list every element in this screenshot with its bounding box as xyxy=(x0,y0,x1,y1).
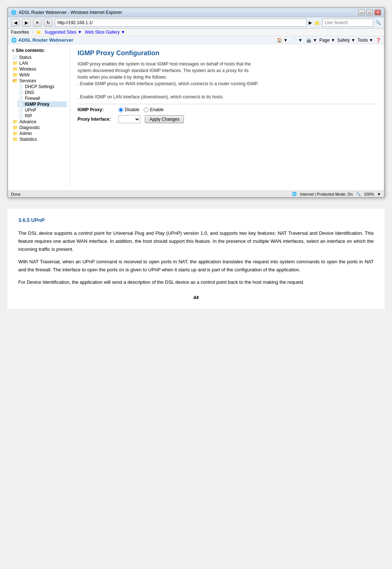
sidebar-label-firewall: Firewall xyxy=(25,96,40,101)
browser-controls: — □ ✕ xyxy=(358,10,381,15)
sidebar-label-rip: RIP xyxy=(25,113,32,118)
forward-button[interactable]: ▶ xyxy=(22,19,31,27)
help-button[interactable]: ❓ xyxy=(376,38,381,43)
browser-title: 🌐 ADSL Router Webserver - Windows Intern… xyxy=(11,10,122,15)
sidebar-item-status[interactable]: 📄 Status xyxy=(12,54,67,60)
sidebar-item-wireless[interactable]: 📁 Wireless xyxy=(12,66,67,72)
page-description: IGMP proxy enables the system to issue I… xyxy=(78,61,376,100)
maximize-button[interactable]: □ xyxy=(366,10,373,15)
radio-disable-input[interactable] xyxy=(118,108,123,112)
doc-paragraph-1: The DSL device supports a control point … xyxy=(18,229,374,253)
sidebar-item-upnp[interactable]: 📄 UPnP xyxy=(18,107,67,113)
adsl-logo: ADSL Router Webserver xyxy=(18,37,74,43)
desc-line1: IGMP proxy enables the system to issue I… xyxy=(78,61,251,67)
site-contents-icon: ≡ xyxy=(12,48,14,53)
igmp-proxy-radio-group: Disable Enable xyxy=(118,107,163,112)
doc-paragraph-3: For Device Identification, the applicati… xyxy=(18,278,374,286)
proxy-interface-row: Proxy Interface: Apply Changes xyxy=(78,115,376,123)
sidebar-label-igmp: IGMP Proxy xyxy=(25,102,49,107)
favorites-icon: ⭐ xyxy=(314,20,320,26)
radio-enable-label: Enable xyxy=(150,107,163,112)
sidebar-item-rip[interactable]: 📄 RIP xyxy=(18,113,67,119)
diagnostic-icon: 📁 xyxy=(12,125,18,130)
zoom-dropdown-icon[interactable]: ▼ xyxy=(377,192,381,196)
browser-window: 🌐 ADSL Router Webserver - Windows Intern… xyxy=(7,7,385,198)
status-right: 🌐 Internet | Protected Mode: On 🔍 100% ▼ xyxy=(292,192,381,196)
sidebar-label-admin: Admin xyxy=(19,131,32,136)
web-slice-link[interactable]: Web Slice Gallery ▼ xyxy=(85,30,125,35)
sidebar-label-lan: LAN xyxy=(19,61,28,66)
sidebar-item-dns[interactable]: 📄 DNS xyxy=(18,90,67,95)
sidebar-item-admin[interactable]: 📁 Admin xyxy=(12,131,67,136)
igmp-icon: 📄 xyxy=(18,102,23,107)
refresh-button[interactable]: ↻ xyxy=(44,19,53,27)
tools-menu[interactable]: Tools ▼ xyxy=(358,38,373,43)
address-input[interactable] xyxy=(55,19,306,27)
proxy-interface-label: Proxy Interface: xyxy=(78,117,114,122)
dns-icon: 📄 xyxy=(18,90,23,95)
sidebar-item-services[interactable]: 📂 Services xyxy=(12,78,67,84)
radio-disable-label: Disable xyxy=(125,107,139,112)
sidebar-label-dns: DNS xyxy=(25,90,34,95)
services-icon: 📂 xyxy=(12,78,18,83)
status-left: Done xyxy=(11,192,20,196)
sidebar-item-diagnostic[interactable]: 📁 Diagnostic xyxy=(12,125,67,131)
toolbar-right: 🏠 ▼ 📄 ▼ 🖨️ ▼ Page ▼ Safety ▼ Tools ▼ ❓ xyxy=(277,38,381,43)
zoom-icon: 🔍 xyxy=(356,192,361,196)
services-submenu: 📄 DHCP Settings 📄 DNS 📄 Firewall 📄 IGMP … xyxy=(12,84,67,119)
sidebar-label-wan: WAN xyxy=(19,72,30,78)
sidebar-label-status: Status xyxy=(19,55,31,60)
browser-titlebar: 🌐 ADSL Router Webserver - Windows Intern… xyxy=(8,8,384,17)
stop-button[interactable]: ✕ xyxy=(33,19,42,27)
favorites-separator: | xyxy=(32,30,33,35)
sidebar-label-diagnostic: Diagnostic xyxy=(19,125,40,130)
status-text: Done xyxy=(11,192,20,196)
sidebar-label-services: Services xyxy=(19,78,36,83)
sidebar-item-firewall[interactable]: 📄 Firewall xyxy=(18,95,67,101)
igmp-proxy-label: IGMP Proxy: xyxy=(78,107,114,112)
lan-icon: 📁 xyxy=(12,61,18,66)
status-icon: 📄 xyxy=(12,55,18,60)
desc-line5: . Enable IGMP on LAN interface (downstre… xyxy=(78,94,224,99)
sidebar-item-dhcp[interactable]: 📄 DHCP Settings xyxy=(18,84,67,90)
safety-menu[interactable]: Safety ▼ xyxy=(338,38,355,43)
page-menu[interactable]: Page ▼ xyxy=(319,38,335,43)
minimize-button[interactable]: — xyxy=(358,10,365,15)
sidebar-item-advance[interactable]: 📁 Advance xyxy=(12,119,67,125)
admin-icon: 📁 xyxy=(12,131,18,136)
adsl-favicon: 🌐 xyxy=(11,37,17,43)
sidebar-item-wan[interactable]: 📁 WAN xyxy=(12,72,67,78)
sidebar-item-igmp-proxy[interactable]: 📄 IGMP Proxy xyxy=(18,101,67,107)
radio-enable-option: Enable xyxy=(144,107,163,112)
toolbar-icons: 🏠 ▼ 📄 ▼ 🖨️ ▼ xyxy=(277,38,317,43)
firewall-icon: 📄 xyxy=(18,96,23,101)
radio-enable-input[interactable] xyxy=(144,108,148,112)
browser-statusbar: Done 🌐 Internet | Protected Mode: On 🔍 1… xyxy=(8,191,384,197)
browser-addressbar: ◀ ▶ ✕ ↻ ▶ ⭐ 🔍 xyxy=(8,17,384,29)
sidebar-item-statistics[interactable]: 📁 Statistics xyxy=(12,136,67,142)
suggested-sites-link[interactable]: Suggested Sites ▼ xyxy=(44,30,82,35)
search-icon[interactable]: 🔍 xyxy=(376,20,381,25)
radio-disable-option: Disable xyxy=(118,107,139,112)
sidebar-label-statistics: Statistics xyxy=(19,137,37,142)
desc-line4: . Enable IGMP proxy on WAN interface (up… xyxy=(78,81,259,86)
close-button[interactable]: ✕ xyxy=(374,10,381,15)
zoom-level: 100% xyxy=(364,192,374,196)
rip-icon: 📄 xyxy=(18,114,23,118)
proxy-interface-select[interactable] xyxy=(118,115,140,123)
sidebar-item-lan[interactable]: 📁 LAN xyxy=(12,60,67,66)
page-title: IGMP Proxy Configuration xyxy=(78,49,376,57)
search-input[interactable] xyxy=(322,19,373,27)
star-icon: ⭐ xyxy=(36,30,41,35)
wan-icon: 📁 xyxy=(12,72,18,78)
status-center: Internet | Protected Mode: On xyxy=(300,192,353,196)
browser-favicon: 🌐 xyxy=(11,10,16,15)
favorites-label: Favorites xyxy=(11,30,29,35)
doc-paragraph-2: With NAT Traversal, when an UPnP command… xyxy=(18,258,374,274)
sidebar-label-dhcp: DHCP Settings xyxy=(25,84,54,89)
browser-toolbar: 🌐 ADSL Router Webserver 🏠 ▼ 📄 ▼ 🖨️ ▼ Pag… xyxy=(8,36,384,44)
go-button[interactable]: ▶ xyxy=(309,20,312,25)
form-divider xyxy=(78,104,376,104)
apply-changes-button[interactable]: Apply Changes xyxy=(145,115,184,123)
back-button[interactable]: ◀ xyxy=(11,19,20,27)
